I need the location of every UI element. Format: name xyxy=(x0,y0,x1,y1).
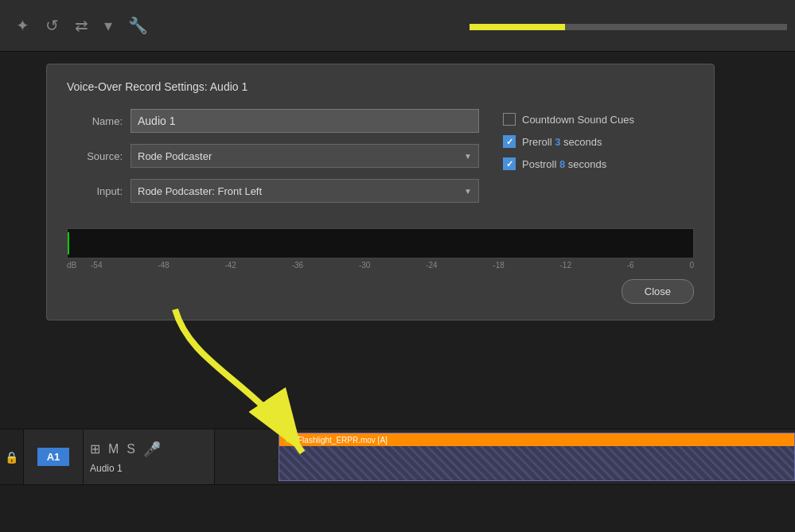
track-ctrl-icons: ⊞ M S 🎤 xyxy=(90,441,208,458)
form-section: Name: Source: Rode Podcaster ▼ Input: xyxy=(67,109,694,214)
db-label: dB xyxy=(67,261,91,270)
scale-tick-18: -18 xyxy=(493,261,504,270)
source-label: Source: xyxy=(67,150,123,162)
preroll-value: 3 xyxy=(555,136,560,148)
meter-level-indicator xyxy=(68,232,69,254)
scale-tick-48: -48 xyxy=(158,261,169,270)
audio-meter xyxy=(67,228,694,258)
source-dropdown[interactable]: Rode Podcaster ▼ xyxy=(131,144,479,168)
postroll-row: Postroll 8 seconds xyxy=(503,157,694,170)
form-left: Name: Source: Rode Podcaster ▼ Input: xyxy=(67,109,479,214)
meter-scale-row: dB -54 -48 -42 -36 -30 -24 -18 -12 -6 0 xyxy=(67,261,694,270)
track-solo-icon[interactable]: S xyxy=(127,442,135,456)
input-chevron-icon: ▼ xyxy=(464,187,472,196)
name-label: Name: xyxy=(67,115,123,127)
countdown-row: Countdown Sound Cues xyxy=(503,113,694,126)
preroll-checkbox[interactable] xyxy=(503,135,516,148)
form-right: Countdown Sound Cues Preroll 3 seconds P… xyxy=(503,109,694,170)
toolbar-icon-swap[interactable]: ⇄ xyxy=(75,16,88,35)
track-left-panel: A1 xyxy=(24,429,84,484)
preroll-label: Preroll 3 seconds xyxy=(522,136,602,148)
input-select-wrapper: Rode Podcaster: Front Left ▼ xyxy=(131,179,479,203)
track-mute-icon[interactable]: M xyxy=(108,442,119,456)
name-row: Name: xyxy=(67,109,479,133)
audio-track-row: 🔒 A1 ⊞ M S 🎤 Audio 1 fx Flashlight_ERPR.… xyxy=(0,429,795,485)
track-name: Audio 1 xyxy=(90,463,208,474)
source-row: Source: Rode Podcaster ▼ xyxy=(67,144,479,168)
countdown-label: Countdown Sound Cues xyxy=(522,114,634,126)
source-select-wrapper: Rode Podcaster ▼ xyxy=(131,144,479,168)
scale-tick-12: -12 xyxy=(560,261,571,270)
track-clip[interactable]: fx Flashlight_ERPR.mov [A] xyxy=(279,433,795,481)
ruler-bar xyxy=(470,24,787,30)
clip-name: Flashlight_ERPR.mov [A] xyxy=(298,436,388,445)
lock-icon: 🔒 xyxy=(5,451,18,464)
toolbar-icon-wrench[interactable]: 🔧 xyxy=(128,16,148,35)
scale-tick-0: 0 xyxy=(689,261,694,270)
toolbar-icon-rotate[interactable]: ↺ xyxy=(45,16,59,35)
scale-tick-6: -6 xyxy=(627,261,634,270)
countdown-checkbox[interactable] xyxy=(503,113,516,126)
input-dropdown[interactable]: Rode Podcaster: Front Left ▼ xyxy=(131,179,479,203)
ruler-highlight xyxy=(470,24,565,30)
postroll-value: 8 xyxy=(559,158,565,170)
track-content: fx Flashlight_ERPR.mov [A] xyxy=(215,429,795,484)
bottom-timeline: 🔒 A1 ⊞ M S 🎤 Audio 1 fx Flashlight_ERPR.… xyxy=(0,429,795,532)
fx-badge: fx xyxy=(284,435,294,445)
track-a1-badge: A1 xyxy=(37,448,69,466)
dialog-title: Voice-Over Record Settings: Audio 1 xyxy=(67,80,694,93)
clip-header: fx Flashlight_ERPR.mov [A] xyxy=(279,433,794,446)
track-mic-icon[interactable]: 🎤 xyxy=(143,441,161,458)
track-controls: ⊞ M S 🎤 Audio 1 xyxy=(84,429,215,484)
timeline-ruler xyxy=(462,0,795,52)
input-label: Input: xyxy=(67,185,123,197)
name-input[interactable] xyxy=(131,109,479,133)
toolbar-icon-marker[interactable]: ▾ xyxy=(104,16,112,35)
scale-tick-54: -54 xyxy=(91,261,102,270)
voiceover-dialog: Voice-Over Record Settings: Audio 1 Name… xyxy=(46,64,715,320)
input-row: Input: Rode Podcaster: Front Left ▼ xyxy=(67,179,479,203)
close-btn-row: Close xyxy=(67,279,694,304)
meter-wrapper: dB -54 -48 -42 -36 -30 -24 -18 -12 -6 0 xyxy=(67,228,694,270)
source-chevron-icon: ▼ xyxy=(464,152,472,161)
scale-tick-36: -36 xyxy=(292,261,303,270)
postroll-label: Postroll 8 seconds xyxy=(522,158,606,170)
scale-tick-24: -24 xyxy=(426,261,437,270)
track-record-icon[interactable]: ⊞ xyxy=(90,441,100,456)
close-button[interactable]: Close xyxy=(622,279,694,304)
preroll-row: Preroll 3 seconds xyxy=(503,135,694,148)
meter-scale-ticks: -54 -48 -42 -36 -30 -24 -18 -12 -6 0 xyxy=(91,261,694,270)
postroll-checkbox[interactable] xyxy=(503,157,516,170)
track-lock-area: 🔒 xyxy=(0,429,24,484)
toolbar-icon-arrow[interactable]: ✦ xyxy=(16,16,29,35)
scale-tick-42: -42 xyxy=(224,261,236,270)
scale-tick-30: -30 xyxy=(359,261,370,270)
